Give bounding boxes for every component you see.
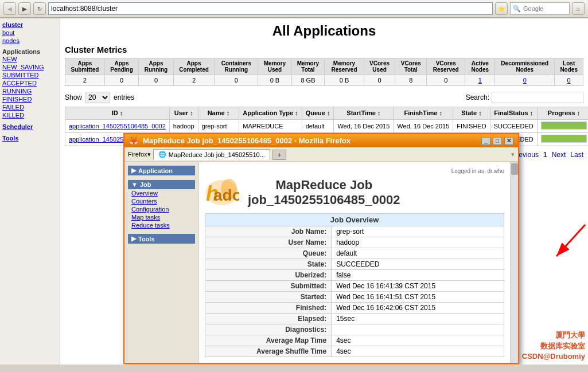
popup-job-configuration-link[interactable]: Configuration — [128, 205, 195, 213]
sidebar-scheduler-link[interactable]: Scheduler — [2, 123, 57, 131]
metrics-val-memory-used: 0 B — [258, 75, 291, 86]
sidebar-tools-link[interactable]: Tools — [2, 134, 57, 142]
sidebar-new-saving-link[interactable]: NEW_SAVING — [2, 63, 57, 71]
app-type-cell: MAPREDUCE — [239, 119, 302, 132]
scrollbar-thumb[interactable] — [511, 163, 518, 175]
sidebar-accepted-link[interactable]: ACCEPTED — [2, 79, 57, 87]
apps-col-user[interactable]: User ↕ — [169, 107, 198, 120]
popup-job-header[interactable]: ▼ Job — [128, 180, 195, 189]
apps-col-progress[interactable]: Progress ↕ — [537, 107, 588, 120]
favorites-button[interactable]: ⭐ — [495, 2, 508, 15]
sidebar-running-link[interactable]: RUNNING — [2, 87, 57, 95]
apps-search-input[interactable] — [492, 92, 583, 103]
sidebar-failed-link[interactable]: FAILED — [2, 103, 57, 111]
popup-body: ▶ Application ▼ Job Overview Counters Co… — [124, 162, 518, 363]
google-search-input[interactable] — [523, 5, 569, 12]
metrics-header-vcores-total: VCores Total — [395, 58, 426, 75]
metrics-header-apps-submitted: Apps Submitted — [65, 58, 105, 75]
popup-job-counters-link[interactable]: Counters — [128, 197, 195, 205]
popup-restore-btn[interactable]: □ — [493, 137, 502, 145]
apps-col-state[interactable]: State ↕ — [453, 107, 490, 120]
entries-select[interactable]: 20 50 100 — [85, 92, 110, 103]
metrics-header-memory-total: Memory Total — [291, 58, 325, 75]
apps-col-queue[interactable]: Queue ↕ — [302, 107, 334, 120]
metrics-header-vcores-reserved: VCores Reserved — [426, 58, 465, 75]
metrics-val-lost-nodes[interactable]: 0 — [555, 75, 583, 86]
page-title: All Applications — [65, 23, 583, 39]
popup-job-maptasks-link[interactable]: Map tasks — [128, 213, 195, 221]
popup-minimize-btn[interactable]: _ — [481, 137, 490, 145]
popup-controls: _ □ ✕ — [481, 137, 513, 145]
popup-new-tab[interactable]: + — [272, 150, 286, 160]
refresh-button[interactable]: ↻ — [33, 2, 46, 15]
metrics-val-active-nodes[interactable]: 1 — [465, 75, 495, 86]
sidebar-submitted-link[interactable]: SUBMITTED — [2, 71, 57, 79]
job-detail-val-10 — [332, 324, 504, 335]
popup-scrollbar[interactable] — [510, 162, 518, 363]
metrics-header-apps-running: Apps Running — [139, 58, 173, 75]
metrics-val-decommissioned-nodes[interactable]: 0 — [495, 75, 555, 86]
job-detail-key-6: Submitted: — [205, 281, 332, 292]
logged-in-text: Logged in as: dr.who — [205, 168, 504, 174]
sidebar-nodes-link[interactable]: nodes — [2, 37, 57, 45]
apps-col-finalstatus[interactable]: FinalStatus ↕ — [490, 107, 537, 120]
job-detail-key-9: Elapsed: — [205, 314, 332, 324]
popup-tab-right: ▾ — [511, 151, 515, 158]
metrics-header-apps-completed: Apps Completed — [173, 58, 215, 75]
metrics-val-vcores-reserved: 0 — [426, 75, 465, 86]
sidebar-scheduler-section: Scheduler — [2, 123, 57, 131]
firefox-label: Firefox▾ — [128, 151, 151, 158]
back-button[interactable]: ◀ — [3, 2, 16, 15]
job-detail-val-11: 4sec — [332, 335, 504, 346]
tools-chevron-icon: ▶ — [131, 235, 136, 242]
apps-col-name[interactable]: Name ↕ — [198, 107, 239, 120]
job-detail-row-7: Started: Wed Dec 16 16:41:51 CST 2015 — [205, 292, 504, 303]
show-label: Show — [65, 93, 82, 101]
popup-job-overview-link[interactable]: Overview — [128, 189, 195, 197]
job-detail-val-5: false — [332, 270, 504, 281]
search-bar: Search: — [466, 92, 583, 103]
popup-job-title-container: MapReduce Job job_1450255106485_0002 — [248, 178, 400, 207]
metrics-val-memory-total: 8 GB — [291, 75, 325, 86]
apps-col-starttime[interactable]: StartTime ↕ — [334, 107, 394, 120]
sidebar-finished-link[interactable]: FINISHED — [2, 95, 57, 103]
popup-tools-header[interactable]: ▶ Tools — [128, 234, 195, 244]
job-detail-val-4: SUCCEEDED — [332, 259, 504, 270]
metrics-val-memory-reserved: 0 B — [325, 75, 364, 86]
watermark: 厦門大學 数据库实验室 CSDN@Drubomiy — [522, 330, 585, 362]
apps-col-finishtime[interactable]: FinishTime ↕ — [394, 107, 453, 120]
progress-bar-fill-2 — [542, 135, 586, 142]
watermark-line1: 厦門大學 — [522, 330, 585, 340]
popup-job-label: Job — [140, 181, 151, 188]
progress-bar-container-2 — [541, 135, 587, 143]
job-detail-val-3: default — [332, 248, 504, 259]
sidebar-cluster-link[interactable]: cluster — [2, 21, 57, 29]
pagination-last[interactable]: Last — [570, 151, 583, 159]
firefox-tab-icon: 🌐 — [158, 151, 166, 158]
metrics-val-apps-pending: 0 — [104, 75, 138, 86]
sidebar-about-link[interactable]: bout — [2, 29, 57, 37]
job-chevron-icon: ▼ — [131, 181, 138, 188]
apps-col-type[interactable]: Application Type ↕ — [239, 107, 302, 120]
popup-job-reducetasks-link[interactable]: Reduce tasks — [128, 221, 195, 229]
search-label-text: Search: — [466, 93, 489, 101]
popup-close-btn[interactable]: ✕ — [504, 137, 513, 145]
sidebar-killed-link[interactable]: KILLED — [2, 111, 57, 119]
sidebar-new-link[interactable]: NEW — [2, 55, 57, 63]
popup-application-header[interactable]: ▶ Application — [128, 166, 195, 175]
job-detail-row-8: Finished: Wed Dec 16 16:42:06 CST 2015 — [205, 303, 504, 314]
popup-application-label: Application — [138, 167, 173, 174]
home-button[interactable]: ⌂ — [572, 2, 585, 15]
popup-tab-active[interactable]: 🌐 MapReduce Job job_145025510... — [153, 149, 270, 160]
job-detail-key-2: User Name: — [205, 237, 332, 248]
job-detail-val-12: 4sec — [332, 346, 504, 357]
app-id-cell[interactable]: application_1450255106485_0002 — [65, 119, 170, 132]
browser-chrome: ◀ ▶ ↻ ⭐ 🔍 ⌂ — [0, 0, 588, 18]
pagination-next[interactable]: Next — [552, 151, 566, 159]
job-detail-key-1: Job Name: — [205, 226, 332, 237]
job-detail-key-3: Queue: — [205, 248, 332, 259]
forward-button[interactable]: ▶ — [18, 2, 31, 15]
job-detail-key-10: Diagnostics: — [205, 324, 332, 335]
address-bar[interactable] — [48, 2, 493, 15]
apps-col-id[interactable]: ID ↕ — [65, 107, 170, 120]
